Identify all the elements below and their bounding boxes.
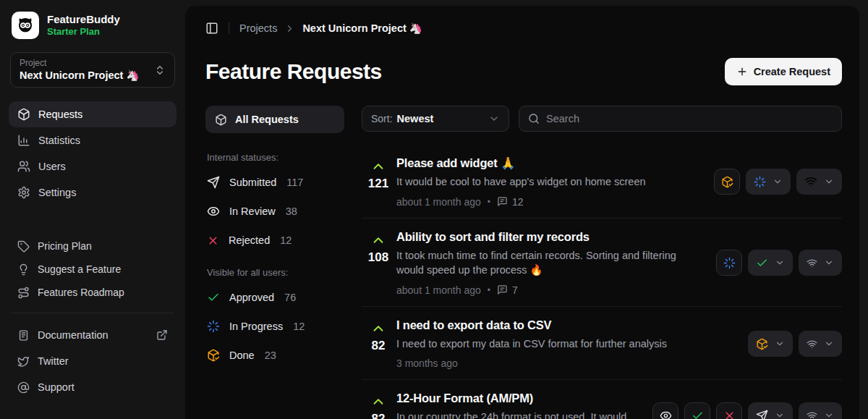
brand-name: FeatureBuddy xyxy=(47,13,120,26)
sidebar-item-suggest-feature[interactable]: Suggest a Feature xyxy=(9,258,176,281)
status-approve-button[interactable] xyxy=(684,402,710,419)
sidebar-item-requests[interactable]: Requests xyxy=(9,101,176,127)
topbar: Projects Next Unicorn Project 🦄 xyxy=(205,20,842,36)
project-selector-value: Next Unicorn Project 🦄 xyxy=(20,69,140,82)
filter-submitted[interactable]: Submitted 117 xyxy=(205,173,344,192)
sidebar-item-label: Suggest a Feature xyxy=(38,263,121,275)
sidebar-item-statistics[interactable]: Statistics xyxy=(9,127,176,153)
x-icon xyxy=(723,410,736,419)
request-row: 82 12-Hour Format (AM/PM) In our country… xyxy=(362,380,842,419)
upvote-button[interactable]: 108 xyxy=(362,230,395,265)
sidebar-item-twitter[interactable]: Twitter xyxy=(9,348,176,374)
sidebar-item-label: Requests xyxy=(38,109,82,120)
chevron-up-icon xyxy=(370,394,386,410)
loader-icon xyxy=(754,176,766,188)
sidebar-item-users[interactable]: Users xyxy=(9,153,176,179)
upvote-button[interactable]: 82 xyxy=(362,318,395,353)
search-icon xyxy=(528,113,540,124)
sidebar-item-pricing-plan[interactable]: Pricing Plan xyxy=(9,234,176,258)
comment-count-value: 12 xyxy=(512,196,524,208)
sidebar-item-documentation[interactable]: Documentation xyxy=(9,322,176,348)
filters-panel: All Requests Internal statuses: Submitte… xyxy=(205,106,344,419)
chevron-right-icon xyxy=(284,23,295,34)
filter-count: 12 xyxy=(293,321,305,332)
status-in-progress-dropdown[interactable] xyxy=(746,169,791,195)
document-icon xyxy=(17,329,30,342)
request-actions xyxy=(716,250,842,276)
visibility-dropdown[interactable] xyxy=(799,250,842,276)
sort-select[interactable]: Sort: Newest xyxy=(362,106,509,132)
visibility-dropdown[interactable] xyxy=(796,169,842,195)
users-icon xyxy=(17,160,30,173)
request-time: about 1 month ago xyxy=(396,196,481,208)
status-approved-dropdown[interactable] xyxy=(748,250,793,276)
filter-all-requests[interactable]: All Requests xyxy=(205,106,344,133)
breadcrumb-projects[interactable]: Projects xyxy=(239,22,277,34)
status-in-review-button[interactable] xyxy=(652,402,678,419)
create-request-button[interactable]: Create Request xyxy=(725,58,842,85)
meta-dot: • xyxy=(488,197,490,207)
status-reject-button[interactable] xyxy=(716,402,742,419)
visibility-dropdown[interactable] xyxy=(799,402,842,419)
status-submitted-dropdown[interactable] xyxy=(748,402,793,419)
status-done-button[interactable] xyxy=(714,169,740,195)
panel-left-icon[interactable] xyxy=(205,22,218,35)
filter-count: 38 xyxy=(286,206,297,217)
chevron-down-icon xyxy=(824,339,834,349)
filter-rejected[interactable]: Rejected 12 xyxy=(205,231,344,250)
wifi-icon xyxy=(807,339,817,350)
internal-statuses-label: Internal statuses: xyxy=(207,152,344,163)
request-description: I need to export my data in CSV format f… xyxy=(396,337,736,352)
request-title[interactable]: Ability to sort and filter my records xyxy=(396,230,705,244)
brand: FeatureBuddy Starter Plan xyxy=(0,0,185,49)
chevron-down-icon xyxy=(775,410,785,419)
filter-done[interactable]: Done 23 xyxy=(205,346,344,365)
status-done-dropdown[interactable] xyxy=(748,331,793,357)
sort-label: Sort: xyxy=(371,113,393,124)
route-icon xyxy=(17,287,30,299)
vote-count: 82 xyxy=(372,339,386,353)
search-box xyxy=(519,106,842,132)
topbar-divider xyxy=(229,22,229,34)
filter-in-review[interactable]: In Review 38 xyxy=(205,202,344,221)
owl-mascot-icon xyxy=(15,15,35,35)
sidebar-item-support[interactable]: Support xyxy=(9,374,176,400)
sidebar-item-features-roadmap[interactable]: Features Roadmap xyxy=(9,281,176,304)
search-input[interactable] xyxy=(546,113,833,124)
sidebar-item-label: Documentation xyxy=(38,329,109,341)
upvote-button[interactable]: 82 xyxy=(362,392,395,419)
chevron-down-icon xyxy=(824,410,834,419)
filter-in-progress[interactable]: In Progress 12 xyxy=(205,317,344,336)
filter-label: In Progress xyxy=(229,321,283,332)
x-icon xyxy=(207,234,219,247)
package-check-icon xyxy=(207,349,220,362)
sidebar-divider xyxy=(12,313,174,313)
vote-count: 82 xyxy=(372,412,386,419)
loader-icon xyxy=(207,320,220,333)
filter-approved[interactable]: Approved 76 xyxy=(205,288,344,307)
create-request-label: Create Request xyxy=(754,66,830,77)
project-selector[interactable]: Project Next Unicorn Project 🦄 xyxy=(10,52,175,88)
filter-count: 23 xyxy=(265,350,276,361)
request-title[interactable]: Please add widget 🙏 xyxy=(396,156,702,170)
filter-label: Done xyxy=(229,350,255,361)
status-in-progress-button[interactable] xyxy=(716,250,742,276)
sidebar-item-settings[interactable]: Settings xyxy=(9,179,176,206)
request-row: 108 Ability to sort and filter my record… xyxy=(362,219,842,307)
visibility-dropdown[interactable] xyxy=(799,331,842,357)
request-meta: about 1 month ago • 12 xyxy=(396,196,702,208)
chevron-down-icon xyxy=(773,177,783,187)
request-title[interactable]: I need to export data to CSV xyxy=(396,318,736,332)
sidebar-secondary-nav: Pricing Plan Suggest a Feature Features … xyxy=(9,234,176,304)
breadcrumb: Projects Next Unicorn Project 🦄 xyxy=(239,22,422,35)
chevrons-up-down-icon xyxy=(154,64,166,76)
chevron-up-icon xyxy=(370,158,386,174)
breadcrumb-current[interactable]: Next Unicorn Project 🦄 xyxy=(302,22,422,35)
request-meta: 3 months ago xyxy=(396,357,736,369)
request-title[interactable]: 12-Hour Format (AM/PM) xyxy=(396,392,641,405)
vote-count: 121 xyxy=(368,177,388,191)
check-icon xyxy=(756,257,768,269)
external-link-icon xyxy=(156,329,168,341)
page-header: Feature Requests Create Request xyxy=(205,58,842,85)
upvote-button[interactable]: 121 xyxy=(362,156,395,191)
